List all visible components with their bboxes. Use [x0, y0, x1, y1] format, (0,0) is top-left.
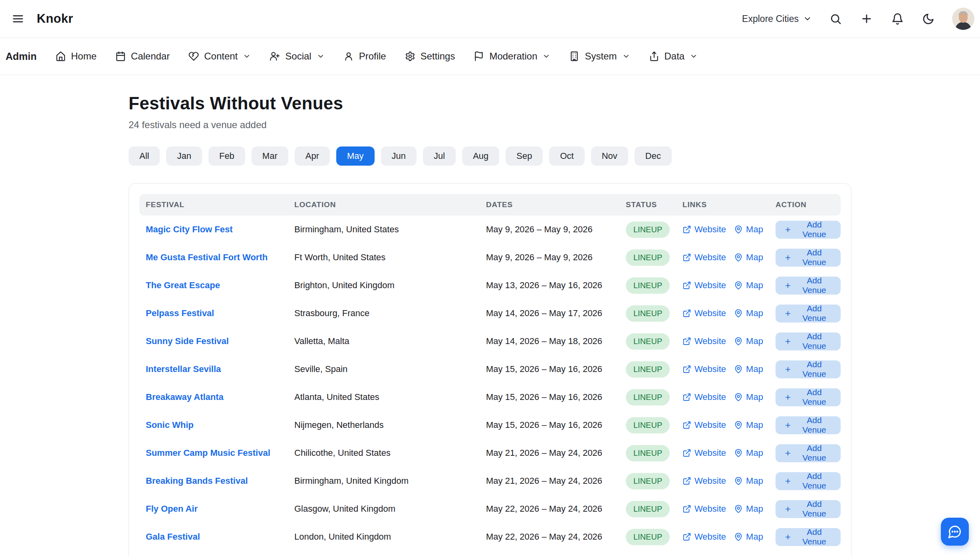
month-filter-oct[interactable]: Oct — [549, 146, 584, 166]
add-venue-button[interactable]: Add Venue — [776, 249, 841, 267]
map-link[interactable]: Map — [734, 280, 763, 291]
add-venue-button[interactable]: Add Venue — [776, 360, 841, 378]
dates-cell: May 15, 2026 – May 16, 2026 — [480, 420, 619, 430]
nav-item-settings[interactable]: Settings — [405, 51, 455, 62]
website-link[interactable]: Website — [682, 364, 726, 374]
external-link-icon — [682, 253, 691, 262]
festival-link[interactable]: Sonic Whip — [146, 420, 194, 430]
map-link[interactable]: Map — [734, 308, 763, 319]
add-venue-button[interactable]: Add Venue — [776, 472, 841, 490]
moon-icon — [922, 13, 934, 25]
month-filter-jun[interactable]: Jun — [381, 146, 417, 166]
table-row: Sonic Whip Nijmegen, Netherlands May 15,… — [139, 411, 841, 439]
month-filter-jul[interactable]: Jul — [423, 146, 456, 166]
festival-link[interactable]: Summer Camp Music Festival — [146, 448, 270, 458]
festival-link[interactable]: Sunny Side Festival — [146, 336, 229, 346]
nav-item-profile[interactable]: Profile — [343, 51, 386, 62]
add-venue-button[interactable]: Add Venue — [776, 277, 841, 295]
map-link[interactable]: Map — [734, 476, 763, 486]
status-badge: LINEUP — [626, 249, 670, 266]
month-filter-feb[interactable]: Feb — [208, 146, 245, 166]
add-venue-button[interactable]: Add Venue — [776, 388, 841, 406]
external-link-icon — [682, 532, 691, 541]
external-link-icon — [682, 365, 691, 374]
month-filter-all[interactable]: All — [129, 146, 160, 166]
map-link-label: Map — [746, 448, 763, 458]
website-link[interactable]: Website — [682, 280, 726, 291]
user-avatar[interactable] — [952, 8, 974, 30]
festival-link[interactable]: Breaking Bands Festival — [146, 476, 248, 486]
website-link[interactable]: Website — [682, 308, 726, 319]
add-venue-label: Add Venue — [797, 416, 832, 435]
nav-item-moderation[interactable]: Moderation — [474, 51, 550, 62]
festival-link[interactable]: The Great Escape — [146, 280, 220, 290]
map-link[interactable]: Map — [734, 364, 763, 374]
nav-item-content[interactable]: Content — [188, 51, 251, 62]
festival-link[interactable]: Fly Open Air — [146, 504, 198, 514]
nav-item-data[interactable]: Data — [649, 51, 698, 62]
add-button[interactable] — [859, 12, 874, 26]
festival-link[interactable]: Breakaway Atlanta — [146, 392, 224, 402]
festival-link[interactable]: Magic City Flow Fest — [146, 224, 233, 234]
nav-item-calendar[interactable]: Calendar — [115, 51, 170, 62]
search-button[interactable] — [829, 12, 843, 26]
map-link[interactable]: Map — [734, 252, 763, 263]
dark-mode-toggle[interactable] — [921, 12, 935, 26]
map-link[interactable]: Map — [734, 420, 763, 430]
website-link[interactable]: Website — [682, 420, 726, 430]
website-link[interactable]: Website — [682, 504, 726, 514]
hamburger-menu-button[interactable] — [10, 11, 26, 26]
column-header-location: LOCATION — [288, 200, 480, 209]
month-filter-dec[interactable]: Dec — [635, 146, 672, 166]
map-link[interactable]: Map — [734, 224, 763, 235]
month-filter-nov[interactable]: Nov — [591, 146, 628, 166]
add-venue-button[interactable]: Add Venue — [776, 305, 841, 323]
dates-cell: May 21, 2026 – May 24, 2026 — [480, 448, 619, 458]
map-link[interactable]: Map — [734, 448, 763, 458]
festival-link[interactable]: Gala Festival — [146, 532, 200, 542]
add-venue-button[interactable]: Add Venue — [776, 416, 841, 434]
month-filter-sep[interactable]: Sep — [506, 146, 543, 166]
social-icon — [270, 51, 280, 61]
add-venue-button[interactable]: Add Venue — [776, 444, 841, 462]
website-link[interactable]: Website — [682, 476, 726, 486]
map-link[interactable]: Map — [734, 392, 763, 402]
month-filter-jan[interactable]: Jan — [166, 146, 202, 166]
month-filter-aug[interactable]: Aug — [462, 146, 499, 166]
website-link[interactable]: Website — [682, 448, 726, 458]
map-pin-icon — [734, 225, 743, 234]
location-cell: Atlanta, United States — [288, 392, 480, 402]
nav-item-home[interactable]: Home — [56, 51, 97, 62]
nav-item-label: Content — [204, 51, 238, 62]
website-link[interactable]: Website — [682, 252, 726, 263]
location-cell: Birmingham, United States — [288, 224, 480, 235]
chat-fab-button[interactable] — [941, 518, 969, 546]
festival-link[interactable]: Interstellar Sevilla — [146, 364, 221, 374]
month-filter-apr[interactable]: Apr — [295, 146, 330, 166]
nav-item-system[interactable]: System — [569, 51, 630, 62]
plus-icon — [784, 309, 792, 318]
map-link[interactable]: Map — [734, 336, 763, 346]
festival-link[interactable]: Me Gusta Festival Fort Worth — [146, 252, 268, 262]
table-row: Gala Festival London, United Kingdom May… — [139, 523, 841, 551]
notifications-button[interactable] — [891, 12, 905, 26]
add-venue-button[interactable]: Add Venue — [776, 221, 841, 239]
website-link[interactable]: Website — [682, 336, 726, 346]
map-link[interactable]: Map — [734, 504, 763, 514]
home-icon — [56, 51, 66, 61]
festival-link[interactable]: Pelpass Festival — [146, 308, 214, 318]
map-pin-icon — [734, 337, 743, 346]
add-venue-button[interactable]: Add Venue — [776, 528, 841, 546]
map-link[interactable]: Map — [734, 532, 763, 542]
website-link[interactable]: Website — [682, 532, 726, 542]
add-venue-button[interactable]: Add Venue — [776, 500, 841, 518]
website-link[interactable]: Website — [682, 224, 726, 235]
nav-item-social[interactable]: Social — [270, 51, 324, 62]
month-filter-mar[interactable]: Mar — [252, 146, 288, 166]
add-venue-button[interactable]: Add Venue — [776, 332, 841, 350]
table-row: Summer Camp Music Festival Chilicothe, U… — [139, 439, 841, 467]
add-venue-label: Add Venue — [797, 443, 832, 463]
website-link[interactable]: Website — [682, 392, 726, 402]
month-filter-may[interactable]: May — [336, 146, 375, 166]
explore-cities-dropdown[interactable]: Explore Cities — [742, 14, 812, 24]
